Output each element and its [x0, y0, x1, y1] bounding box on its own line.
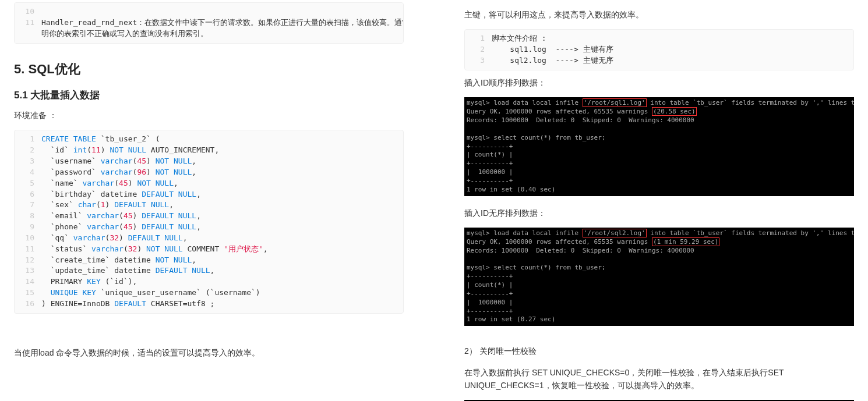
- line-number: 11: [15, 244, 41, 255]
- code-text: `sex` char(1) DEFAULT NULL,: [41, 200, 403, 211]
- line-number: 1: [15, 134, 41, 145]
- code-line: 明你的表索引不正确或写入的查询没有利用索引。: [15, 29, 403, 40]
- code-text: `id` int(11) NOT NULL AUTO_INCREMENT,: [41, 145, 403, 156]
- line-number: 9: [15, 222, 41, 233]
- code-text: 明你的表索引不正确或写入的查询没有利用索引。: [41, 29, 403, 40]
- code-line: 16) ENGINE=InnoDB DEFAULT CHARSET=utf8 ;: [15, 299, 403, 310]
- code-block-create-table: 1CREATE TABLE `tb_user_2` (2 `id` int(11…: [14, 130, 404, 314]
- code-text: `phone` varchar(45) DEFAULT NULL,: [41, 222, 403, 233]
- left-column: 1011Handler_read_rnd_next：在数据文件中读下一行的请求数…: [0, 0, 434, 401]
- code-line: 11 `status` varchar(32) NOT NULL COMMENT…: [15, 244, 403, 255]
- paragraph-unique-desc: 在导入数据前执行 SET UNIQUE_CHECKS=0，关闭唯一性校验，在导入…: [464, 366, 854, 392]
- line-number: 10: [15, 233, 41, 244]
- code-text: `email` varchar(45) DEFAULT NULL,: [41, 211, 403, 222]
- code-line: 1脚本文件介绍 :: [465, 33, 853, 44]
- code-line: 4 `password` varchar(96) NOT NULL,: [15, 167, 403, 178]
- paragraph-ordered: 插入ID顺序排列数据：: [464, 76, 854, 89]
- code-text: sql2.log ----> 主键无序: [492, 55, 853, 66]
- code-text: CREATE TABLE `tb_user_2` (: [41, 134, 403, 145]
- code-text: `birthday` datetime DEFAULT NULL,: [41, 189, 403, 200]
- code-line: 7 `sex` char(1) DEFAULT NULL,: [15, 200, 403, 211]
- line-number: 8: [15, 211, 41, 222]
- code-text: PRIMARY KEY (`id`),: [41, 276, 403, 288]
- line-number: 13: [15, 265, 41, 276]
- code-line: 5 `name` varchar(45) NOT NULL,: [15, 178, 403, 189]
- code-text: ) ENGINE=InnoDB DEFAULT CHARSET=utf8 ;: [41, 299, 403, 310]
- code-line: 10 `qq` varchar(32) DEFAULT NULL,: [15, 233, 403, 244]
- terminal-ordered: mysql> load data local infile '/root/sql…: [464, 97, 854, 196]
- code-line: 3 `username` varchar(45) NOT NULL,: [15, 156, 403, 167]
- code-line: 13 `update_time` datetime DEFAULT NULL,: [15, 265, 403, 276]
- code-line: 15 UNIQUE KEY `unique_user_username` (`u…: [15, 288, 403, 299]
- code-text: `create_time` datetime NOT NULL,: [41, 255, 403, 266]
- line-number: 5: [15, 178, 41, 189]
- code-text: `status` varchar(32) NOT NULL COMMENT '用…: [41, 244, 403, 255]
- code-text: `name` varchar(45) NOT NULL,: [41, 178, 403, 189]
- paragraph-load-tip: 当使用load 命令导入数据的时候，适当的设置可以提高导入的效率。: [14, 346, 404, 359]
- line-number: 14: [15, 276, 41, 288]
- code-text: `update_time` datetime DEFAULT NULL,: [41, 265, 403, 276]
- code-text: sql1.log ----> 主键有序: [492, 44, 853, 55]
- code-text: 脚本文件介绍 :: [492, 33, 853, 44]
- code-line: 1CREATE TABLE `tb_user_2` (: [15, 134, 403, 145]
- line-number: 3: [465, 55, 492, 66]
- code-line: 3 sql2.log ----> 主键无序: [465, 55, 853, 66]
- paragraph-pk: 主键，将可以利用这点，来提高导入数据的效率。: [464, 8, 854, 21]
- line-number: 2: [15, 145, 41, 156]
- paragraph-unique-title: 2） 关闭唯一性校验: [464, 345, 854, 357]
- line-number: 12: [15, 255, 41, 266]
- code-line: 10: [15, 6, 403, 17]
- code-line: 2 `id` int(11) NOT NULL AUTO_INCREMENT,: [15, 145, 403, 156]
- right-column: 主键，将可以利用这点，来提高导入数据的效率。 1脚本文件介绍 :2 sql1.l…: [434, 0, 868, 401]
- code-text: `qq` varchar(32) DEFAULT NULL,: [41, 233, 403, 244]
- line-number: 6: [15, 189, 41, 200]
- line-number: 10: [15, 6, 41, 17]
- paragraph-env: 环境准备 ：: [14, 109, 404, 122]
- line-number: [15, 29, 41, 40]
- code-line: 6 `birthday` datetime DEFAULT NULL,: [15, 189, 403, 200]
- line-number: 16: [15, 299, 41, 310]
- code-line: 8 `email` varchar(45) DEFAULT NULL,: [15, 211, 403, 222]
- heading-sql-optimize: 5. SQL优化: [14, 59, 404, 79]
- line-number: 7: [15, 200, 41, 211]
- code-block-top: 1011Handler_read_rnd_next：在数据文件中读下一行的请求数…: [14, 2, 404, 44]
- line-number: 11: [15, 17, 41, 29]
- code-line: 14 PRIMARY KEY (`id`),: [15, 276, 403, 288]
- code-text: [41, 6, 403, 17]
- paragraph-unordered: 插入ID无序排列数据：: [464, 207, 854, 219]
- line-number: 4: [15, 167, 41, 178]
- page: 1011Handler_read_rnd_next：在数据文件中读下一行的请求数…: [0, 0, 868, 401]
- heading-bulk-insert: 5.1 大批量插入数据: [14, 87, 404, 103]
- line-number: 2: [465, 44, 492, 55]
- code-line: 12 `create_time` datetime NOT NULL,: [15, 255, 403, 266]
- code-text: `password` varchar(96) NOT NULL,: [41, 167, 403, 178]
- code-block-script-intro: 1脚本文件介绍 :2 sql1.log ----> 主键有序3 sql2.log…: [464, 29, 854, 70]
- line-number: 3: [15, 156, 41, 167]
- terminal-unordered: mysql> load data local infile '/root/sql…: [464, 228, 854, 326]
- code-text: `username` varchar(45) NOT NULL,: [41, 156, 403, 167]
- code-line: 9 `phone` varchar(45) DEFAULT NULL,: [15, 222, 403, 233]
- code-line: 11Handler_read_rnd_next：在数据文件中读下一行的请求数。如…: [15, 17, 403, 29]
- line-number: 15: [15, 288, 41, 299]
- code-text: UNIQUE KEY `unique_user_username` (`user…: [41, 288, 403, 299]
- code-text: Handler_read_rnd_next：在数据文件中读下一行的请求数。如果你…: [41, 17, 404, 29]
- line-number: 1: [465, 33, 492, 44]
- code-line: 2 sql1.log ----> 主键有序: [465, 44, 853, 55]
